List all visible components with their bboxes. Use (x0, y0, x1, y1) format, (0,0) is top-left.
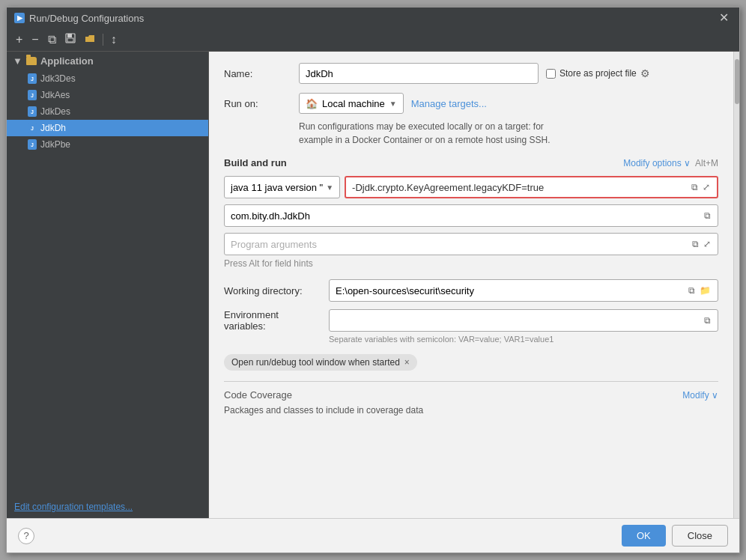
local-machine-label: Local machine (322, 98, 385, 109)
working-dir-row: Working directory: E:\open-sources\secur… (224, 279, 718, 302)
store-project-label: Store as project file (560, 68, 637, 79)
copy-env-icon[interactable]: ⧉ (703, 314, 712, 326)
build-run-title: Build and run (224, 157, 287, 168)
working-dir-label: Working directory: (224, 285, 321, 296)
sidebar-section-label: Application (40, 55, 94, 67)
expand-icon: ▼ (13, 55, 22, 67)
svg-rect-2 (67, 38, 73, 42)
main-class-field[interactable]: com.bity.dh.JdkDh ⧉ (224, 204, 718, 227)
env-vars-field[interactable]: ⧉ (329, 309, 718, 332)
manage-targets-link[interactable]: Manage targets... (411, 98, 487, 109)
chip-close-icon[interactable]: × (404, 357, 410, 368)
working-dir-field[interactable]: E:\open-sources\securit\security ⧉ 📁 (329, 279, 718, 302)
name-input[interactable] (299, 63, 539, 84)
toolbar-separator (103, 34, 103, 46)
vm-options-value: -Djdk.crypto.KeyAgreement.legacyKDF=true (352, 182, 691, 193)
modify-options-area: Modify options ∨ Alt+M (623, 158, 718, 168)
title-bar-left: ▶ Run/Debug Configurations (14, 13, 144, 24)
copy-workdir-icon[interactable]: ⧉ (688, 284, 696, 296)
build-run-section-header: Build and run Modify options ∨ Alt+M (224, 157, 718, 168)
folder-button[interactable] (82, 31, 98, 48)
java-version-text: java 11 java version " (231, 182, 323, 193)
cc-desc: Packages and classes to include in cover… (224, 405, 718, 416)
copy-prog-icon[interactable]: ⧉ (691, 238, 700, 250)
store-project-checkbox[interactable] (546, 69, 556, 79)
expand-field-icon[interactable]: ⤢ (702, 181, 711, 193)
prog-args-icons: ⧉ ⤢ (691, 238, 712, 250)
main-class-value: com.bity.dh.JdkDh (231, 210, 310, 222)
working-dir-icons: ⧉ 📁 (688, 284, 712, 296)
run-on-label: Run on: (224, 98, 291, 109)
sidebar-item-label: JdkAes (40, 90, 70, 100)
prog-args-field[interactable]: Program arguments ⧉ ⤢ (224, 233, 718, 255)
java-dropdown-arrow-icon: ▼ (326, 183, 333, 192)
env-vars-row: Environment variables: ⧉ (224, 309, 718, 332)
sidebar-item-jdkdes[interactable]: J JdkDes (7, 103, 208, 120)
edit-templates-link[interactable]: Edit configuration templates... (7, 496, 208, 518)
name-row: Name: Store as project file ⚙ (224, 63, 718, 84)
dialog-title: Run/Debug Configurations (29, 13, 144, 24)
sidebar-item-jdkpbe[interactable]: J JdkPbe (7, 136, 208, 153)
desc-line1: Run configurations may be executed local… (299, 121, 544, 132)
java-version-dropdown[interactable]: java 11 java version " ▼ (224, 176, 340, 198)
code-coverage-section: Code Coverage Modify ∨ Packages and clas… (224, 381, 718, 416)
main-class-row: com.bity.dh.JdkDh ⧉ (224, 204, 718, 227)
sidebar-item-label: JdkDes (40, 106, 70, 117)
chip-label: Open run/debug tool window when started (231, 357, 400, 368)
cc-modify-link[interactable]: Modify ∨ (682, 390, 718, 401)
java-icon: J (28, 90, 37, 100)
desc-line2: example in a Docker Container or on a re… (299, 135, 551, 145)
description-text: Run configurations may be executed local… (299, 120, 718, 147)
svg-rect-1 (67, 34, 72, 37)
vm-options-icons: ⧉ ⤢ (691, 181, 711, 193)
tool-window-chip: Open run/debug tool window when started … (224, 354, 417, 371)
env-vars-icons: ⧉ (703, 314, 712, 326)
toolbar: + − ⧉ ↕ (7, 28, 739, 52)
action-buttons: OK Close (622, 525, 728, 547)
expand-prog-icon[interactable]: ⤢ (703, 238, 712, 250)
run-on-row: Run on: 🏠 Local machine ▼ Manage targets… (224, 93, 718, 114)
modify-options-link[interactable]: Modify options ∨ (623, 158, 691, 168)
name-label: Name: (224, 68, 291, 79)
browse-workdir-icon[interactable]: 📁 (699, 284, 712, 296)
main-class-icons: ⧉ (703, 210, 712, 222)
build-row: java 11 java version " ▼ -Djdk.crypto.Ke… (224, 176, 718, 198)
scrollbar[interactable] (733, 52, 739, 518)
gear-button[interactable]: ⚙ (640, 67, 650, 79)
title-bar: ▶ Run/Debug Configurations ✕ (7, 7, 739, 28)
sidebar-section-application[interactable]: ▼ Application (7, 52, 208, 70)
java-icon: J (28, 106, 37, 117)
cc-title: Code Coverage (224, 389, 292, 401)
sidebar-item-jdkdh[interactable]: J JdkDh (7, 120, 208, 136)
add-button[interactable]: + (13, 31, 25, 48)
env-hint-text: Separate variables with semicolon: VAR=v… (329, 335, 718, 344)
folder-icon (26, 57, 37, 65)
sidebar-item-jdkaes[interactable]: J JdkAes (7, 87, 208, 103)
ok-button[interactable]: OK (622, 525, 666, 547)
copy-field-icon[interactable]: ⧉ (691, 181, 699, 193)
sidebar: ▼ Application J Jdk3Des J JdkAes J JdkDe… (7, 52, 209, 518)
vm-options-field[interactable]: -Djdk.crypto.KeyAgreement.legacyKDF=true… (345, 176, 718, 198)
remove-button[interactable]: − (28, 31, 41, 48)
scrollbar-thumb[interactable] (735, 59, 739, 104)
home-icon: 🏠 (306, 98, 318, 109)
local-machine-dropdown[interactable]: 🏠 Local machine ▼ (299, 93, 404, 114)
env-vars-label: Environment variables: (224, 309, 321, 332)
copy-main-icon[interactable]: ⧉ (703, 210, 712, 222)
close-button[interactable]: Close (672, 525, 728, 547)
prog-args-placeholder: Program arguments (231, 239, 317, 250)
copy-button[interactable]: ⧉ (45, 31, 59, 48)
sidebar-item-jdk3des[interactable]: J Jdk3Des (7, 70, 208, 87)
java-icon: J (28, 73, 37, 84)
sort-button[interactable]: ↕ (108, 31, 120, 48)
close-icon[interactable]: ✕ (716, 12, 732, 24)
java-icon: J (28, 123, 37, 133)
right-panel: Name: Store as project file ⚙ Run on: 🏠 … (209, 52, 733, 518)
cc-header: Code Coverage Modify ∨ (224, 389, 718, 401)
sidebar-item-label: JdkPbe (40, 139, 70, 150)
shortcut-text: Alt+M (695, 158, 718, 168)
bottom-bar: ? OK Close (7, 518, 739, 553)
help-button[interactable]: ? (18, 528, 34, 544)
hint-text: Press Alt for field hints (224, 258, 718, 269)
save-button[interactable] (62, 31, 79, 48)
